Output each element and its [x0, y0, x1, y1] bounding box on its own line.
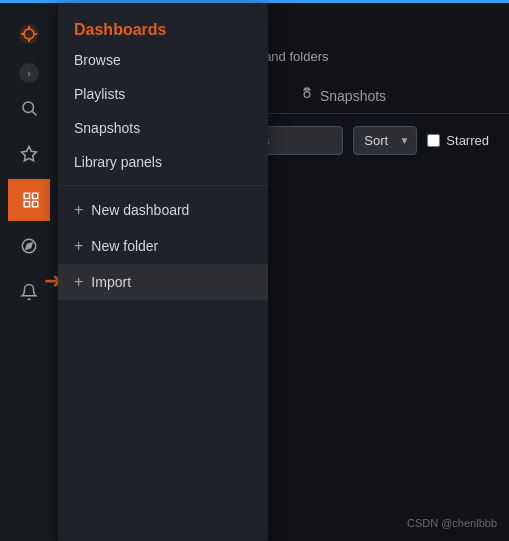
plus-icon-import: + — [74, 273, 83, 291]
tab-snapshots[interactable]: Snapshots — [284, 79, 402, 114]
dropdown-header: Dashboards — [58, 11, 268, 43]
dropdown-item-library-panels[interactable]: Library panels — [58, 145, 268, 179]
sidebar: › — [0, 3, 58, 541]
import-label: Import — [91, 274, 131, 290]
snapshots-label: Snapshots — [74, 120, 140, 136]
sidebar-item-search[interactable] — [8, 87, 50, 129]
dropdown-action-import[interactable]: + Import — [58, 264, 268, 300]
dropdown-item-snapshots[interactable]: Snapshots — [58, 111, 268, 145]
svg-point-6 — [23, 102, 34, 113]
sort-select[interactable]: Sort — [353, 126, 417, 155]
svg-rect-9 — [24, 193, 29, 198]
attribution: CSDN @chenlbbb — [407, 517, 497, 529]
starred-label: Starred — [446, 133, 489, 148]
starred-filter[interactable]: Starred — [427, 133, 489, 148]
sidebar-item-alerting[interactable] — [8, 271, 50, 313]
sort-wrapper: Sort ▼ — [353, 126, 417, 155]
sidebar-item-starred[interactable] — [8, 133, 50, 175]
svg-line-7 — [32, 111, 36, 115]
plus-icon-new-folder: + — [74, 237, 83, 255]
dropdown-action-new-folder[interactable]: + New folder — [58, 228, 268, 264]
dropdown-item-playlists[interactable]: Playlists — [58, 77, 268, 111]
svg-point-23 — [304, 92, 310, 98]
starred-checkbox[interactable] — [427, 134, 440, 147]
grafana-logo[interactable] — [8, 13, 50, 55]
sidebar-item-explore[interactable] — [8, 225, 50, 267]
svg-marker-14 — [26, 243, 32, 249]
dashboards-dropdown-menu: Dashboards Browse Playlists Snapshots Li… — [58, 3, 268, 541]
sidebar-expand-button[interactable]: › — [19, 63, 39, 83]
dropdown-action-new-dashboard[interactable]: + New dashboard — [58, 192, 268, 228]
svg-marker-8 — [22, 147, 37, 161]
new-folder-label: New folder — [91, 238, 158, 254]
svg-rect-12 — [32, 202, 37, 207]
tab-snapshots-label: Snapshots — [320, 88, 386, 104]
playlists-label: Playlists — [74, 86, 125, 102]
library-panels-label: Library panels — [74, 154, 162, 170]
snapshots-tab-icon — [300, 87, 314, 104]
svg-rect-11 — [24, 202, 29, 207]
dropdown-divider — [58, 185, 268, 186]
dropdown-spacer — [58, 300, 268, 533]
browse-label: Browse — [74, 52, 121, 68]
dropdown-item-browse[interactable]: Browse — [58, 43, 268, 77]
new-dashboard-label: New dashboard — [91, 202, 189, 218]
plus-icon-new-dashboard: + — [74, 201, 83, 219]
sidebar-item-dashboards[interactable] — [8, 179, 50, 221]
svg-rect-10 — [32, 193, 37, 198]
